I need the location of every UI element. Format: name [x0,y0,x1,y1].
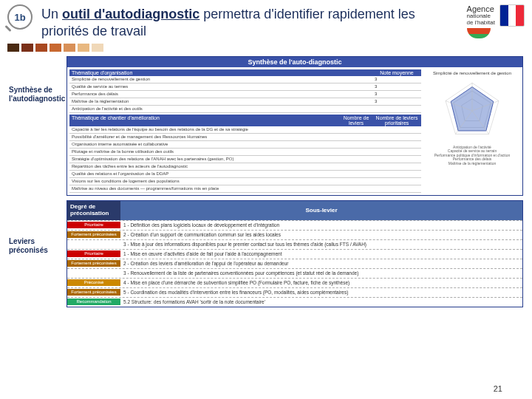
cell-note [375,106,419,112]
table-row: Simplicité de renouvellement de gestion3 [69,76,421,83]
lever-row: Fortement préconisées2 - Création des le… [67,259,522,268]
swoosh-icon [467,28,491,38]
cell-desc: Pilotage et maîtrise de la bonne utilisa… [72,149,375,154]
lever-desc: 4 - Mise en place d'une démarche de subv… [120,279,522,286]
priority-tag [67,244,120,245]
lever-row: 3 - Renouvellement de la liste de parten… [67,268,522,278]
priority-tag: Fortement préconisées [67,231,120,238]
cell-n [375,186,419,191]
cell-theme: Maîtrise de la règlementation [72,99,375,104]
section-synthesis: Synthèse de l'autodiagnostic Synthèse de… [9,56,523,196]
cell-desc: Qualité des relations et l'organisation … [72,171,375,177]
cell-n [375,171,419,177]
color-swatch [64,44,75,52]
cell-desc: Maîtrise au niveau des documents — progr… [72,186,375,191]
cell-note: 3 [375,99,419,104]
side-label-synthesis: Synthèse de l'autodiagnostic [9,56,62,103]
subhead2-c1: Thématique de chantier d'amélioration [72,115,338,126]
slide-content: Synthèse de l'autodiagnostic Synthèse de… [0,53,532,307]
slide-header: 1b Un outil d'autodiagnostic permettra d… [0,0,532,42]
page-number: 21 [494,384,502,393]
synthesis-panel-body: Thématique d'organisation Note moyenne S… [67,67,522,195]
radar-panel: Simplicité de renouvellement de gestion [424,69,520,193]
table-row: Visions sur les conditions de logement d… [69,178,421,185]
side-label-levers: Leviers préconisés [9,200,62,255]
subhead2-c2: Nombre de leviers [338,115,375,126]
priority-tag: Préconisé [67,279,120,286]
lever-desc: 1 - Mise en œuvre d'activités d'aide de … [120,250,522,257]
lever-desc: 5.2 Structure: des formations AVAH 'sort… [120,299,522,305]
cell-n [375,179,419,184]
priority-tag: Prioritaire [67,250,120,257]
lever-desc: 3 - Mise à jour des informations disponi… [120,241,522,248]
lever-desc: 2 - Création d'un support de communicati… [120,231,522,238]
table-row: Répartition des tâches entre les acteurs… [69,163,421,171]
cell-desc: Stratégie d'optimisation des relations d… [72,157,375,162]
radar-title: Simplicité de renouvellement de gestion [424,71,520,76]
lever-desc: 2 - Création des leviers d'amélioration … [120,260,522,267]
table-row: Stratégie d'optimisation des relations d… [69,156,421,163]
subhead-c2: Note moyenne [375,70,419,75]
french-flag-icon [499,4,525,27]
color-swatch [50,44,61,52]
title-prefix: Un [41,7,62,21]
cell-theme: Anticipation de l'activité et des outils [72,106,375,112]
lever-row: Fortement préconisées2 - Création d'un s… [67,230,522,239]
logo-text: Agence nationale de l'habitat [467,4,495,38]
cell-n [375,134,419,140]
cell-note: 3 [375,84,419,89]
cell-n [375,164,419,169]
priority-tag: Fortement préconisées [67,260,120,267]
table-row: Capacité à lier les relations de l'équip… [69,126,421,134]
color-swatch [21,44,33,52]
logo-agency: Agence nationale de l'habitat [467,4,525,38]
cell-note: 3 [375,92,419,97]
color-strip [0,42,532,53]
cell-n [375,157,419,162]
table-row: Pilotage et maîtrise de la bonne utilisa… [69,149,421,156]
logo-line3: de l'habitat [467,20,495,27]
cell-theme: Simplicité de renouvellement de gestion [72,77,375,82]
levers-head: Degré de préconisation Sous-levier [67,201,522,220]
cell-desc: Capacité à lier les relations de l'équip… [72,127,375,132]
lever-row: Recommandation5.2 Structure: des formati… [67,297,522,307]
levers-head-degree: Degré de préconisation [67,201,120,220]
priority-tag: Fortement préconisées [67,289,120,296]
lever-desc: 3 - Renouvellement de la liste de parten… [120,270,522,276]
cell-desc: Organisation interne automatisée et coll… [72,142,375,147]
table-row: Organisation interne automatisée et coll… [69,141,421,149]
priority-tag [67,273,120,274]
magnifier-icon: 1b [7,4,33,30]
cell-n [375,149,419,154]
table-row: Qualité des relations et l'organisation … [69,171,421,178]
cell-note: 3 [375,77,419,82]
table-row: Possibilité d'améliorer et de management… [69,134,421,141]
color-swatch [35,44,47,52]
levers-panel: Degré de préconisation Sous-levier Prior… [66,200,523,307]
synthesis-subhead2: Thématique de chantier d'amélioration No… [69,115,421,126]
synthesis-panel-title: Synthèse de l'auto-diagnostic [67,57,522,67]
levers-head-souslevier: Sous-levier [120,201,522,220]
flag-logo [499,4,525,27]
color-swatch [78,44,89,52]
cell-n [375,142,419,147]
priority-tag: Recommandation [67,299,120,305]
title-keyword: outil d'autodiagnostic [62,7,200,21]
subhead-c1: Thématique d'organisation [72,70,375,75]
radar-axis-label: Maîtrise de la règlementation [424,162,520,166]
lever-row: Fortement préconisées5 - Coordination de… [67,287,522,297]
table-row: Performance des délais3 [69,91,421,98]
cell-theme: Qualité de service au termes [72,84,375,89]
table-row: Qualité de service au termes3 [69,83,421,91]
badge-magnifier: 1b [7,4,35,33]
synthesis-table: Thématique d'organisation Note moyenne S… [69,69,421,193]
radar-chart [439,78,505,144]
section-levers: Leviers préconisés Degré de préconisatio… [9,200,523,307]
cell-n [375,127,419,132]
lever-desc: 5 - Coordination des modalités d'interve… [120,289,522,296]
lever-row: Prioritaire1 - Définition des plans logi… [67,220,522,230]
cell-desc: Répartition des tâches entre les acteurs… [72,164,375,169]
table-row: Maîtrise de la règlementation3 [69,98,421,106]
lever-row: Prioritaire1 - Mise en œuvre d'activités… [67,249,522,259]
cell-desc: Possibilité d'améliorer et de management… [72,134,375,140]
